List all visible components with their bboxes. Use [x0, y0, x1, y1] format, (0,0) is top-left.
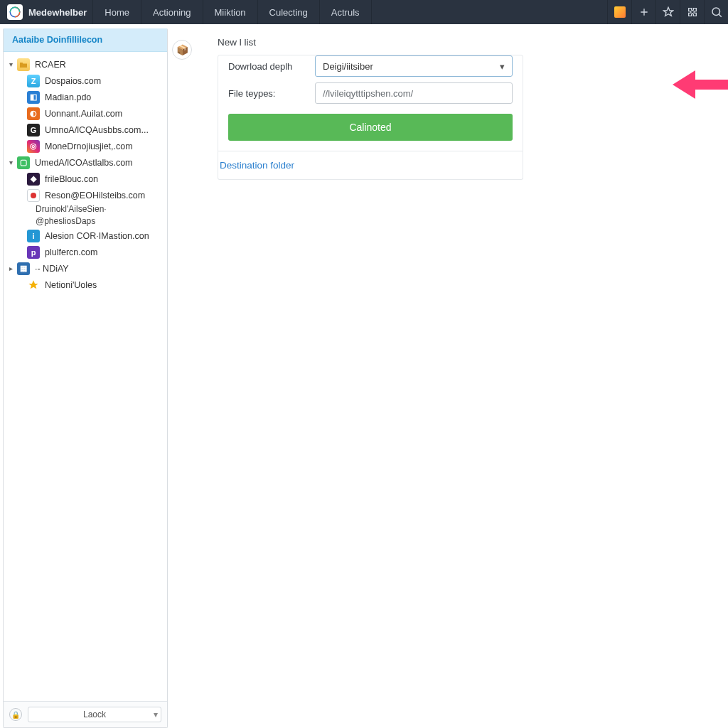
tree-root[interactable]: ▾ RCAER: [4, 56, 167, 73]
site-icon: ▢: [17, 156, 30, 169]
sidebar: Aataibe Doinfillilecon ▾ RCAER ZDospaios…: [3, 28, 168, 728]
tree-item-sub: Druinokl'AilseSien·: [4, 203, 167, 215]
tree-item[interactable]: GUmnoA/lCQAusbbs.com...: [4, 122, 167, 138]
tree-item-label: ·- NDiAY: [35, 264, 69, 274]
star-icon: [27, 279, 40, 291]
download-depth-value: Deigi/iitsiber: [323, 61, 373, 72]
nav-actioning[interactable]: Actioning: [141, 0, 203, 24]
nav-miiktion[interactable]: Miiktion: [203, 0, 258, 24]
tree-item[interactable]: pplulfercn.com: [4, 244, 167, 260]
tree-subroot-label: UmedA/lCOAstlalbs.com: [35, 158, 133, 168]
folder-icon: [17, 58, 30, 71]
site-icon: ◐: [27, 107, 40, 120]
puzzle-icon[interactable]: [680, 0, 704, 24]
lock-icon[interactable]: 🔒: [9, 708, 22, 721]
tree-item[interactable]: ▸▦·- NDiAY: [4, 260, 167, 277]
site-icon: ▦: [17, 262, 30, 275]
nav-actruls[interactable]: Actruls: [320, 0, 372, 24]
task-badge-icon: 📦: [172, 40, 192, 60]
app-name: Medewhelber: [28, 7, 87, 18]
app-logo-icon: [7, 4, 23, 20]
download-depth-select[interactable]: Deigi/iitsiber ▾: [315, 55, 513, 77]
tree-item-label: plulfercn.com: [45, 247, 97, 257]
site-icon: G: [27, 124, 40, 136]
svg-point-1: [712, 8, 720, 16]
apps-icon[interactable]: [607, 0, 631, 24]
tree-subroot[interactable]: ▾ ▢ UmedA/lCOAstlalbs.com: [4, 154, 167, 171]
tree-item[interactable]: ◧Madian.pdo: [4, 89, 167, 105]
nav-home[interactable]: Home: [93, 0, 141, 24]
sidebar-footer: 🔒 Laock ▾: [4, 701, 167, 727]
chevron-down-icon[interactable]: ▾: [6, 159, 15, 166]
tree-item[interactable]: iAlesion COR·IMastion.con: [4, 228, 167, 244]
status-dropdown[interactable]: Laock ▾: [28, 707, 161, 722]
tree-root-label: RCAER: [35, 60, 66, 70]
site-icon: ◎: [27, 140, 40, 153]
app-brand[interactable]: Medewhelber: [0, 0, 93, 24]
tree-item[interactable]: ◐Uonnant.Auilat.com: [4, 105, 167, 122]
callout-arrow-icon: [673, 74, 728, 95]
depth-label: Dowrload deplh: [228, 61, 315, 72]
submit-button[interactable]: Calinoted: [228, 114, 513, 141]
site-icon: Z: [27, 75, 40, 87]
main-panel: 📦 New l list Dowrload deplh Deigi/iitsib…: [168, 24, 728, 728]
chevron-down-icon: ▾: [154, 710, 158, 719]
tree-item[interactable]: ◎MoneDrnojiusjiet,.com: [4, 138, 167, 154]
site-icon: ◆: [27, 173, 40, 186]
tree-item-label: MoneDrnojiusjiet,.com: [45, 141, 133, 151]
tree-item[interactable]: ZDospaios.com: [4, 73, 167, 89]
tree-item-label: Alesion COR·IMastion.con: [45, 231, 149, 241]
destination-folder-link[interactable]: Destination folder: [218, 160, 294, 171]
tree-item-sub: @phesliosDaps: [4, 215, 167, 228]
tree-item-label: Netioni'Uoles: [45, 280, 97, 290]
chevron-down-icon[interactable]: ▾: [6, 60, 15, 68]
tree-item[interactable]: Netioni'Uoles: [4, 277, 167, 293]
tree-item-label: UmnoA/lCQAusbbs.com...: [45, 125, 149, 135]
search-icon[interactable]: [704, 0, 728, 24]
site-tree: ▾ RCAER ZDospaios.com ◧Madian.pdo ◐Uonna…: [4, 52, 167, 701]
new-list-form: New l list Dowrload deplh Deigi/iitsiber…: [218, 37, 523, 180]
site-icon: [27, 189, 40, 202]
status-dropdown-label: Laock: [83, 710, 106, 719]
star-icon[interactable]: [655, 0, 680, 24]
filetypes-label: File teypes:: [228, 88, 315, 99]
file-types-input-wrap: [315, 82, 513, 104]
tree-item[interactable]: Reson@EOHilsteibs.com Druinokl'AilseSien…: [4, 187, 167, 228]
plus-icon[interactable]: [631, 0, 655, 24]
tree-item-label: Dospaios.com: [45, 76, 101, 86]
form-title: New l list: [218, 37, 523, 48]
site-icon: p: [27, 246, 40, 259]
file-types-input[interactable]: [323, 88, 505, 99]
site-icon: i: [27, 230, 40, 242]
svg-point-2: [31, 193, 36, 198]
tree-item-label: frileBlouc.con: [45, 174, 98, 184]
account-chip[interactable]: Aataibe Doinfillilecon: [4, 28, 167, 52]
tree-item[interactable]: ◆frileBlouc.con: [4, 171, 167, 187]
tree-item-label: Madian.pdo: [45, 92, 91, 102]
site-icon: ◧: [27, 91, 40, 104]
top-nav: Medewhelber Home Actioning Miiktion Cule…: [0, 0, 728, 24]
tree-item-label: Reson@EOHilsteibs.com: [45, 191, 145, 200]
tree-item-label: Uonnant.Auilat.com: [45, 109, 122, 119]
nav-culecting[interactable]: Culecting: [258, 0, 320, 24]
chevron-down-icon: ▾: [500, 61, 505, 72]
chevron-right-icon[interactable]: ▸: [6, 264, 15, 272]
